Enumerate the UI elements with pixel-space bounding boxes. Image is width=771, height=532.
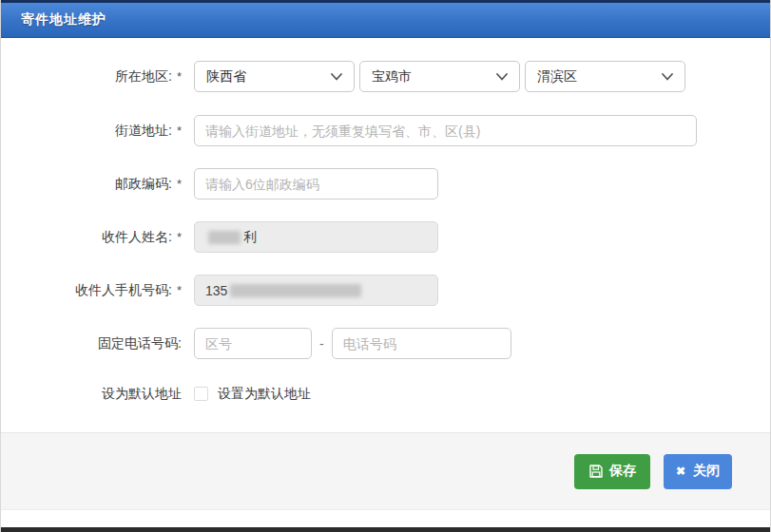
district-select[interactable]: 渭滨区	[525, 61, 685, 92]
chevron-down-icon	[662, 73, 673, 81]
save-button-label: 保存	[609, 463, 636, 480]
phone-separator: -	[319, 336, 324, 352]
row-default-address: 设为默认地址 设置为默认地址	[1, 378, 770, 409]
dialog-footer: 保存 ✖ 关闭	[1, 432, 770, 510]
landline-label: 固定电话号码:	[1, 335, 182, 352]
row-postcode: 邮政编码:*	[1, 168, 770, 200]
recipient-mobile-field: 135	[194, 275, 438, 306]
recipient-name-visible: 利	[243, 229, 257, 246]
row-landline: 固定电话号码: -	[1, 328, 770, 359]
dialog-title: 寄件地址维护	[21, 11, 106, 28]
recipient-name-label: 收件人姓名:*	[1, 229, 182, 246]
default-address-checkbox[interactable]	[194, 387, 208, 401]
postcode-label: 邮政编码:*	[1, 176, 182, 193]
province-select-value: 陕西省	[206, 68, 246, 86]
street-label: 街道地址:*	[1, 123, 182, 140]
required-mark: *	[177, 230, 182, 244]
close-button[interactable]: ✖ 关闭	[664, 454, 732, 489]
close-button-label: 关闭	[693, 463, 720, 480]
dialog-header: 寄件地址维护	[1, 0, 770, 38]
window-bottom-edge	[1, 527, 770, 532]
recipient-mobile-label: 收件人手机号码:*	[1, 282, 182, 299]
save-icon	[588, 464, 604, 479]
district-select-value: 渭滨区	[537, 68, 577, 86]
area-code-input[interactable]	[194, 328, 312, 359]
row-recipient-mobile: 收件人手机号码:* 135	[1, 275, 770, 306]
region-label: 所在地区:*	[1, 68, 182, 86]
redacted-text	[208, 231, 241, 244]
required-mark: *	[177, 177, 182, 191]
required-mark: *	[177, 124, 182, 138]
city-select-value: 宝鸡市	[372, 68, 412, 86]
save-button[interactable]: 保存	[574, 454, 650, 489]
chevron-down-icon	[331, 73, 342, 81]
recipient-name-field: 利	[194, 221, 438, 253]
sender-address-dialog: 寄件地址维护 所在地区:* 陕西省 宝鸡市 渭滨区 街道地址:* 邮政编码:* …	[0, 0, 771, 532]
postcode-input[interactable]	[194, 168, 438, 200]
province-select[interactable]: 陕西省	[194, 61, 355, 92]
required-mark: *	[177, 69, 182, 84]
city-select[interactable]: 宝鸡市	[359, 61, 520, 92]
chevron-down-icon	[496, 73, 508, 81]
row-street: 街道地址:*	[1, 115, 770, 146]
row-region: 所在地区:* 陕西省 宝鸡市 渭滨区	[1, 61, 770, 92]
default-address-checkbox-label: 设置为默认地址	[218, 386, 311, 403]
row-recipient-name: 收件人姓名:* 利	[1, 221, 770, 253]
redacted-text	[230, 284, 361, 297]
phone-number-input[interactable]	[332, 328, 511, 359]
default-address-label: 设为默认地址	[1, 386, 182, 403]
required-mark: *	[177, 283, 182, 297]
recipient-mobile-visible: 135	[205, 283, 227, 298]
street-input[interactable]	[194, 115, 697, 146]
close-icon: ✖	[676, 465, 685, 478]
